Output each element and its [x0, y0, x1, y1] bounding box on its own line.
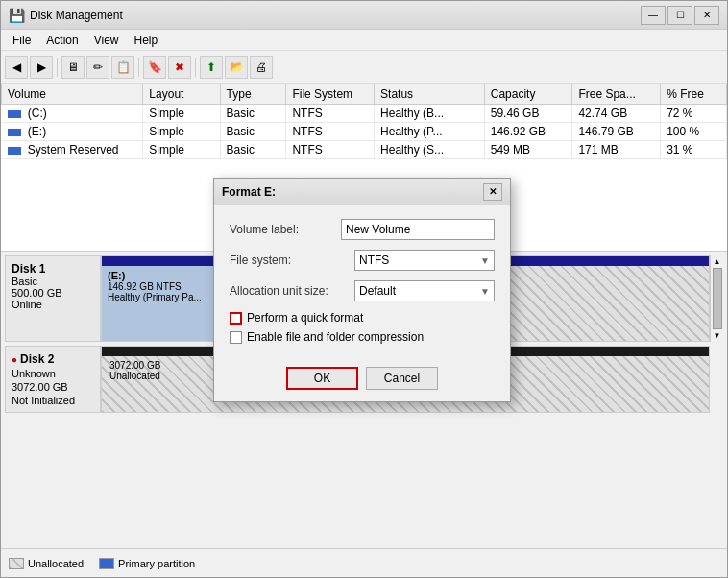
legend-unalloc-label: Unallocated [28, 558, 84, 569]
cell-pct: 100 % [661, 123, 727, 141]
cell-free: 171 MB [572, 141, 661, 159]
back-button[interactable]: ◀ [5, 56, 28, 79]
file-system-arrow: ▼ [480, 255, 490, 266]
table-row[interactable]: (C:) Simple Basic NTFS Healthy (B... 59.… [2, 105, 727, 123]
compression-row: Enable file and folder compression [230, 330, 495, 344]
menu-help[interactable]: Help [127, 32, 166, 49]
volume-label-row: Volume label: [230, 219, 495, 240]
window-title: Disk Management [30, 9, 641, 22]
cell-fs: NTFS [286, 141, 375, 159]
alloc-unit-select[interactable]: Default ▼ [354, 280, 495, 301]
forward-button[interactable]: ▶ [30, 56, 53, 79]
cell-layout: Simple [143, 105, 220, 123]
cell-status: Healthy (S... [375, 141, 485, 159]
scroll-down[interactable]: ▼ [714, 331, 721, 340]
cell-type: Basic [220, 141, 286, 159]
col-fs[interactable]: File System [286, 84, 375, 105]
legend-primary-box [99, 558, 114, 569]
scroll-up[interactable]: ▲ [714, 257, 721, 266]
compression-label: Enable file and folder compression [247, 330, 424, 344]
computer-button[interactable]: 🖥 [61, 56, 85, 79]
dialog-body: Volume label: File system: NTFS ▼ Alloca… [214, 205, 510, 359]
table-row[interactable]: (E:) Simple Basic NTFS Healthy (P... 146… [2, 123, 727, 141]
cell-volume: (C:) [2, 105, 143, 123]
menu-bar: File Action View Help [1, 30, 727, 51]
format-dialog: Format E: ✕ Volume label: File system: N… [213, 178, 511, 402]
disk2-type: Unknown [12, 368, 94, 379]
table-row[interactable]: System Reserved Simple Basic NTFS Health… [2, 141, 727, 159]
up-button[interactable]: ⬆ [200, 56, 223, 79]
print-button[interactable]: 🖨 [250, 56, 273, 79]
cell-capacity: 549 MB [484, 141, 572, 159]
col-volume[interactable]: Volume [2, 84, 143, 105]
legend-unalloc-box [9, 558, 24, 569]
legend-primary: Primary partition [99, 558, 195, 569]
title-bar: 💾 Disk Management — ☐ ✕ [1, 1, 727, 30]
dialog-footer: OK Cancel [214, 359, 510, 401]
maximize-button[interactable]: ☐ [667, 6, 692, 25]
bookmark-button[interactable]: 🔖 [143, 56, 166, 79]
scroll-thumb[interactable] [713, 268, 722, 329]
scrollbar-track[interactable]: ▲ ▼ [710, 255, 723, 342]
disk1-name: Disk 1 [12, 262, 94, 276]
cell-layout: Simple [143, 123, 220, 141]
file-system-select[interactable]: NTFS ▼ [354, 250, 495, 271]
col-type[interactable]: Type [220, 84, 286, 105]
disk1-partition-unalloc[interactable] [494, 266, 709, 341]
menu-file[interactable]: File [5, 32, 38, 49]
ok-button[interactable]: OK [286, 367, 358, 390]
cell-layout: Simple [143, 141, 220, 159]
disk2-name: Disk 2 [20, 352, 54, 366]
legend-primary-label: Primary partition [118, 558, 195, 569]
col-layout[interactable]: Layout [143, 84, 220, 105]
compression-checkbox[interactable]: Enable file and folder compression [230, 330, 424, 344]
disk1-status: Online [12, 299, 94, 310]
file-system-label: File system: [230, 253, 354, 267]
col-pct[interactable]: % Free [661, 84, 727, 105]
cell-type: Basic [220, 105, 286, 123]
alloc-unit-value: Default [359, 284, 396, 298]
alloc-unit-row: Allocation unit size: Default ▼ [230, 280, 495, 301]
folder-button[interactable]: 📂 [225, 56, 248, 79]
cell-free: 146.79 GB [572, 123, 661, 141]
cancel-button[interactable]: Cancel [366, 367, 438, 390]
separator-1 [57, 58, 58, 77]
file-system-row: File system: NTFS ▼ [230, 250, 495, 271]
cell-volume: (E:) [2, 123, 143, 141]
props-button[interactable]: 📋 [111, 56, 134, 79]
alloc-unit-label: Allocation unit size: [230, 284, 354, 298]
close-button[interactable]: ✕ [694, 6, 719, 25]
edit-button[interactable]: ✏ [86, 56, 109, 79]
cell-pct: 31 % [661, 141, 727, 159]
cell-status: Healthy (B... [375, 105, 485, 123]
col-status[interactable]: Status [375, 84, 485, 105]
volume-table: Volume Layout Type File System Status Ca… [1, 84, 727, 159]
volume-label-input[interactable] [341, 219, 495, 240]
dialog-close-button[interactable]: ✕ [483, 183, 502, 201]
file-system-value: NTFS [359, 253, 389, 267]
volume-label-label: Volume label: [230, 223, 341, 236]
window-icon: 💾 [9, 8, 25, 23]
cell-free: 42.74 GB [572, 105, 661, 123]
quick-format-checkbox[interactable]: Perform a quick format [230, 311, 363, 325]
minimize-button[interactable]: — [641, 6, 666, 25]
quick-format-box[interactable] [230, 312, 242, 325]
disk2-info: ● Disk 2 Unknown 3072.00 GB Not Initiali… [5, 346, 101, 413]
cell-pct: 72 % [661, 105, 727, 123]
menu-action[interactable]: Action [38, 32, 85, 49]
separator-3 [195, 58, 196, 77]
disk1-size: 500.00 GB [12, 287, 94, 299]
delete-button[interactable]: ✖ [168, 56, 191, 79]
col-free[interactable]: Free Spa... [572, 84, 661, 105]
cell-status: Healthy (P... [375, 123, 485, 141]
disk1-type: Basic [12, 276, 94, 287]
col-capacity[interactable]: Capacity [484, 84, 572, 105]
cell-capacity: 59.46 GB [484, 105, 572, 123]
scroll-spacer [710, 346, 723, 413]
menu-view[interactable]: View [86, 32, 127, 49]
cell-type: Basic [220, 123, 286, 141]
compression-box[interactable] [230, 331, 242, 344]
cell-capacity: 146.92 GB [484, 123, 572, 141]
disk2-indicator: ● [12, 354, 17, 365]
checkboxes-area: Perform a quick format Enable file and f… [230, 311, 495, 344]
